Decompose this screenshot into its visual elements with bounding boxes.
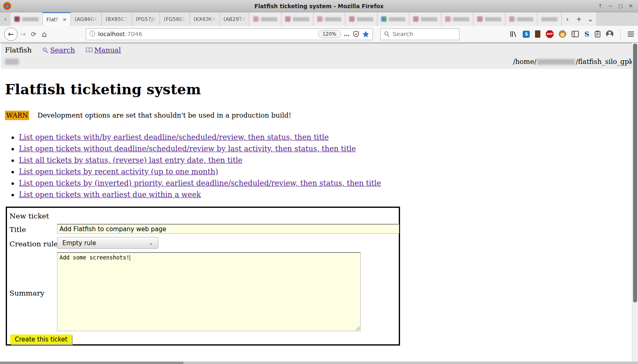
sidebar-icon[interactable] [572, 31, 579, 37]
search-icon [384, 31, 390, 37]
page-content: Flatfish Search Manual /home/ /flatfish_… [0, 43, 638, 364]
forward-button[interactable]: → [18, 30, 28, 38]
tab-redacted[interactable] [313, 12, 345, 26]
title-input[interactable] [57, 224, 399, 234]
tab-redacted[interactable] [505, 12, 537, 26]
window-titlebar: Flatfish ticketing system - Mozilla Fire… [0, 0, 638, 12]
list-all-tabs-button[interactable]: ⌄ [585, 12, 596, 26]
horizontal-scrollbar-thumb[interactable] [0, 362, 183, 364]
session-s-icon[interactable]: S [584, 30, 589, 38]
tab-favicon [413, 16, 418, 22]
library-icon[interactable] [509, 30, 517, 38]
site-search-link[interactable]: Search [42, 46, 75, 54]
tab-label-redacted [22, 17, 39, 21]
ticket-list-link[interactable]: List open tickets with earliest due with… [19, 190, 201, 199]
tab-label-redacted [261, 17, 277, 21]
tab-redacted[interactable] [473, 12, 505, 26]
profile-icon[interactable] [606, 30, 613, 38]
ticket-list-link[interactable]: List open tickets by recent activity (up… [19, 167, 218, 176]
tab-redacted[interactable] [409, 12, 441, 26]
tab-redacted[interactable] [11, 12, 43, 26]
back-button[interactable]: ← [4, 27, 18, 41]
page-actions-icon[interactable]: … [344, 31, 350, 37]
tab-redacted[interactable] [377, 12, 409, 26]
url-host: localhost [98, 31, 125, 37]
maximize-window-icon[interactable]: ◻ [618, 3, 623, 9]
ticket-list-links: List open tickets with/by earliest deadl… [19, 132, 638, 200]
tab-flatfish-active[interactable]: Flatfi × [43, 12, 71, 26]
chocolate-extension-icon[interactable] [535, 30, 540, 38]
page-title: Flatfish ticketing system [5, 81, 638, 98]
tab-redacted[interactable] [441, 12, 473, 26]
site-manual-link[interactable]: Manual [86, 46, 121, 54]
menu-icon[interactable] [628, 32, 634, 36]
singlefile-icon[interactable]: S [523, 31, 530, 38]
create-ticket-button[interactable]: Create this ticket [10, 334, 72, 344]
tracking-shield-icon[interactable] [353, 31, 359, 37]
tab-label-redacted [453, 17, 469, 21]
new-tab-button[interactable]: + [573, 12, 585, 26]
vertical-scrollbar-thumb[interactable] [633, 43, 637, 303]
tab-redacted[interactable] [537, 12, 562, 26]
tab-favicon [285, 16, 290, 22]
ticket-list-link[interactable]: List open tickets without deadline/sched… [19, 144, 356, 153]
toolbar-separator [620, 29, 621, 39]
tab-coded[interactable]: (PG57J8 [132, 12, 160, 26]
list-item: List open tickets without deadline/sched… [19, 143, 638, 155]
tab-coded[interactable]: (FG56E5 [160, 12, 190, 26]
bookmark-star-icon[interactable] [362, 31, 369, 38]
tab-coded[interactable]: (KX63K4 [190, 12, 220, 26]
creation-rule-label: Creation rule [9, 240, 58, 248]
shade-window-icon[interactable]: ↑ [598, 3, 602, 9]
zoom-level-badge[interactable]: 120% [318, 30, 341, 38]
warn-text: Development options are set that shouldn… [37, 111, 291, 119]
tab-label-redacted [325, 17, 341, 21]
clipboard-icon[interactable] [595, 30, 601, 38]
list-item: List open tickets with/by earliest deadl… [19, 132, 638, 143]
vertical-scrollbar[interactable] [632, 43, 638, 362]
site-info-icon[interactable]: ⓘ [89, 30, 95, 38]
tab-favicon [349, 16, 354, 22]
tab-coded[interactable]: (AG86G6 [71, 12, 102, 26]
tab-overflow-button[interactable]: › [562, 12, 573, 26]
search-placeholder: Search [393, 31, 413, 37]
tab-strip: ‹ Flatfi × (AG86G6 (BX85C3 (PG57J8 (FG56… [0, 12, 638, 26]
creation-rule-select[interactable]: Empty rule ⌄ [57, 237, 158, 249]
tab-coded[interactable]: (BX85C3 [102, 12, 132, 26]
tab-close-icon[interactable]: × [62, 16, 67, 23]
tab-redacted[interactable] [249, 12, 281, 26]
list-item: List open tickets by (inverted) priority… [19, 177, 638, 189]
close-window-icon[interactable]: ✕ [629, 3, 633, 9]
summary-textarea[interactable]: Add some screenshots! [57, 252, 361, 331]
tab-label-redacted [517, 17, 533, 21]
horizontal-scrollbar[interactable] [0, 362, 638, 364]
warn-badge: WARN [5, 111, 29, 120]
ticket-list-link[interactable]: List open tickets with/by earliest deadl… [19, 133, 329, 141]
ticket-list-link[interactable]: List all tickets by status, (reverse) la… [19, 156, 242, 164]
tab-label-redacted [541, 17, 558, 21]
site-brand: Flatfish [5, 46, 32, 54]
tab-scroll-left-button[interactable]: ‹ [0, 12, 11, 26]
navigation-toolbar: ← → ⟳ ⌂ ⓘ localhost:7046 120% … Search [0, 26, 638, 43]
tab-redacted[interactable] [345, 12, 377, 26]
reload-button[interactable]: ⟳ [28, 30, 39, 38]
book-icon [86, 47, 93, 53]
form-legend: New ticket [9, 212, 49, 220]
list-item: List open tickets by recent activity (up… [19, 166, 638, 177]
greasemonkey-icon[interactable] [559, 30, 566, 38]
home-button[interactable]: ⌂ [39, 30, 50, 39]
summary-label: Summary [9, 289, 44, 297]
tab-redacted[interactable] [281, 12, 313, 26]
ticket-list-link[interactable]: List open tickets by (inverted) priority… [19, 179, 381, 187]
url-bar[interactable]: ⓘ localhost:7046 120% … [86, 28, 373, 40]
redacted-path-segment [537, 59, 575, 65]
search-bar[interactable]: Search [380, 28, 460, 40]
adblock-plus-icon[interactable]: ABP [546, 30, 553, 38]
tab-label-redacted [421, 17, 437, 21]
resize-grip-icon[interactable] [355, 326, 360, 330]
list-item: List open tickets with earliest due with… [19, 189, 638, 200]
tab-favicon [381, 16, 386, 22]
minimize-window-icon[interactable]: − [608, 3, 613, 9]
text-caret [130, 255, 130, 261]
tab-coded[interactable]: (AB29T4 [220, 12, 250, 26]
